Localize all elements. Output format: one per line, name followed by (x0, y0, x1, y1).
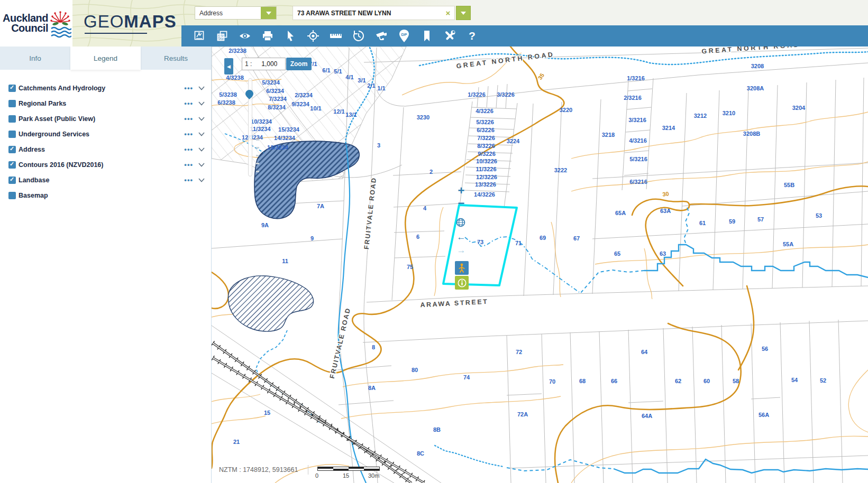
basemap-gallery-button[interactable] (188, 25, 211, 47)
previous-extent-button[interactable]: ← (455, 232, 467, 243)
toolbar: DP ? (181, 25, 868, 47)
layer-checkbox[interactable] (8, 161, 16, 169)
svg-text:6: 6 (416, 234, 419, 240)
layer-checkbox[interactable] (8, 100, 16, 107)
help-button[interactable]: ? (461, 25, 483, 47)
pedestrian-icon (458, 263, 466, 273)
svg-text:3208: 3208 (751, 63, 764, 69)
svg-text:4/3226: 4/3226 (476, 108, 494, 114)
measure-button[interactable] (324, 25, 347, 47)
layer-checkbox[interactable] (8, 146, 16, 153)
svg-text:6/1: 6/1 (322, 67, 330, 73)
layer-checkbox[interactable] (8, 192, 16, 199)
locate-button[interactable] (301, 25, 324, 47)
svg-text:13/3234: 13/3234 (267, 144, 289, 151)
layers-button[interactable] (211, 25, 233, 47)
layer-menu-dots-icon[interactable]: ••• (184, 99, 193, 107)
auckland-council-logo: Auckland Council (0, 0, 72, 47)
tab-info[interactable]: Info (0, 47, 70, 70)
svg-text:6/3226: 6/3226 (477, 127, 495, 133)
zoom-out-button[interactable]: − (455, 198, 467, 209)
tools-button[interactable] (438, 25, 461, 47)
svg-text:80: 80 (412, 367, 418, 373)
svg-text:3220: 3220 (560, 107, 572, 113)
svg-text:30: 30 (662, 190, 670, 198)
svg-text:10/3234: 10/3234 (251, 118, 272, 125)
svg-text:67: 67 (573, 235, 580, 242)
tab-legend[interactable]: Legend (70, 47, 141, 70)
map-canvas[interactable]: 2/32384/32385/32386/32385/32346/32347/32… (212, 47, 868, 483)
svg-text:3230: 3230 (417, 114, 430, 120)
chevron-down-icon[interactable] (198, 147, 205, 152)
svg-text:63: 63 (660, 250, 666, 257)
svg-text:3204: 3204 (792, 105, 806, 111)
layer-checkbox[interactable] (8, 177, 16, 184)
print-button[interactable] (256, 25, 279, 47)
layer-menu-dots-icon[interactable]: ••• (184, 145, 193, 153)
identify-button[interactable] (455, 276, 469, 290)
svg-text:65A: 65A (615, 210, 626, 216)
svg-text:14/3226: 14/3226 (474, 191, 495, 198)
svg-text:4/1: 4/1 (345, 74, 353, 80)
pohutukawa-icon (49, 8, 71, 38)
layer-checkbox[interactable] (8, 85, 16, 92)
layer-menu-dots-icon[interactable]: ••• (184, 84, 193, 92)
layer-row: Basemap (0, 188, 211, 203)
select-pointer-button[interactable] (279, 25, 301, 47)
svg-text:58: 58 (733, 378, 739, 384)
svg-text:9/3226: 9/3226 (478, 151, 496, 157)
zoom-button[interactable]: Zoom (286, 58, 312, 70)
svg-text:74: 74 (463, 374, 470, 380)
svg-text:4/3238: 4/3238 (226, 75, 244, 81)
info-icon (458, 278, 467, 287)
svg-text:69: 69 (540, 235, 546, 241)
scale-input[interactable] (252, 60, 279, 68)
chevron-down-icon[interactable] (198, 86, 205, 90)
layer-label: Catchments And Hydrology (19, 85, 184, 92)
zoom-in-button[interactable]: + (455, 185, 467, 196)
layer-menu-dots-icon[interactable]: ••• (184, 161, 193, 169)
layer-menu-dots-icon[interactable]: ••• (184, 176, 193, 184)
layer-list: Catchments And Hydrology•••Regional Park… (0, 80, 211, 203)
clear-search-icon[interactable]: × (442, 8, 454, 17)
svg-text:15: 15 (264, 410, 270, 416)
street-view-button[interactable] (455, 261, 469, 275)
layer-menu-dots-icon[interactable]: ••• (184, 130, 193, 138)
dp-pin-button[interactable]: DP (392, 25, 415, 47)
svg-text:9: 9 (310, 235, 314, 242)
collapse-sidebar-button[interactable]: ◀ (224, 58, 233, 75)
svg-text:7/3226: 7/3226 (477, 135, 495, 141)
search-input[interactable] (293, 10, 442, 17)
svg-text:8B: 8B (433, 426, 441, 433)
svg-text:3222: 3222 (554, 167, 567, 173)
street-camera-button[interactable] (370, 25, 392, 47)
next-extent-button[interactable]: → (455, 245, 467, 256)
layer-menu-dots-icon[interactable]: ••• (184, 115, 193, 123)
search-type-select[interactable]: Address (195, 6, 277, 20)
tab-results[interactable]: Results (141, 47, 211, 70)
chevron-down-icon[interactable] (198, 117, 205, 121)
layer-checkbox[interactable] (8, 115, 16, 123)
history-button[interactable] (347, 25, 370, 47)
search-dropdown-button[interactable] (456, 6, 471, 20)
bookmark-button[interactable] (415, 25, 438, 47)
visibility-button[interactable] (233, 25, 256, 47)
scalebar-15: 15 (343, 472, 349, 479)
svg-text:73: 73 (477, 239, 483, 245)
search-type-dropdown-icon[interactable] (261, 7, 276, 19)
svg-text:2/3216: 2/3216 (624, 95, 642, 101)
layer-label: Regional Parks (19, 100, 184, 107)
layer-row: Catchments And Hydrology••• (0, 80, 211, 96)
chevron-down-icon[interactable] (198, 101, 205, 106)
scalebar-30: 30m (368, 472, 379, 479)
svg-text:2: 2 (430, 169, 433, 175)
layer-checkbox[interactable] (8, 131, 16, 138)
chevron-down-icon[interactable] (198, 163, 205, 167)
svg-text:7A: 7A (317, 203, 324, 209)
chevron-down-icon[interactable] (198, 178, 205, 182)
svg-text:12/3226: 12/3226 (476, 174, 497, 180)
svg-text:13/1: 13/1 (345, 112, 357, 118)
chevron-down-icon[interactable] (198, 132, 205, 136)
layer-row: Address••• (0, 142, 211, 157)
full-extent-button[interactable] (456, 218, 465, 229)
